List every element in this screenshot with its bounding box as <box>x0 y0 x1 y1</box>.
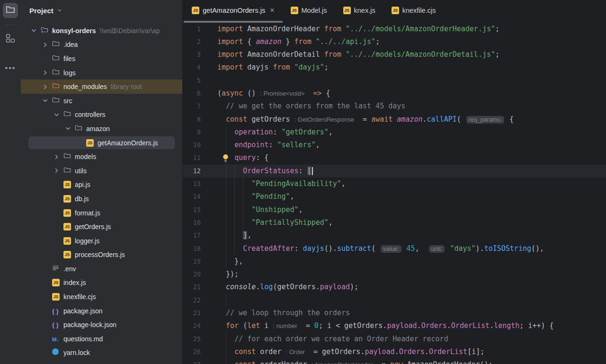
chevron-down-icon[interactable] <box>52 112 63 118</box>
code-line-27[interactable]: 27 const orderHeader : AmazonOrderHeader… <box>183 358 606 364</box>
line-number[interactable]: 11 <box>183 151 201 164</box>
line-number[interactable]: 13 <box>183 178 201 190</box>
tree-row-questions.md[interactable]: M↓questions.md <box>21 332 182 346</box>
tree-row-models[interactable]: models <box>21 150 182 164</box>
tree-row-yarn.lock[interactable]: yarn.lock <box>21 346 182 360</box>
line-number[interactable]: 19 <box>183 255 201 268</box>
code-line-13[interactable]: 13 "PendingAvailability", <box>183 178 606 190</box>
tree-row-files[interactable]: files <box>21 52 182 66</box>
line-number[interactable]: 17 <box>183 229 201 242</box>
code-line-1[interactable]: 1import AmazonOrderHeader from "../../mo… <box>183 23 606 36</box>
chevron-right-icon[interactable] <box>41 70 52 76</box>
intention-bulb-icon[interactable] <box>222 153 230 163</box>
line-number[interactable]: 22 <box>183 294 201 307</box>
code-line-21[interactable]: 21 console.log(getOrders.payload); <box>183 281 606 293</box>
tree-row-utils[interactable]: utils <box>21 164 182 178</box>
code-line-6[interactable]: 6(async () : Promise<void> => { <box>183 87 606 100</box>
tree-row-.env[interactable]: .env <box>21 262 182 276</box>
code-line-5[interactable]: 5 <box>183 74 606 87</box>
code-line-15[interactable]: 15 "Unshipped", <box>183 204 606 216</box>
chevron-right-icon[interactable] <box>41 42 52 48</box>
tab-knexfile.cjs[interactable]: JSknexfile.cjs <box>383 0 444 21</box>
line-number[interactable]: 21 <box>183 281 201 293</box>
line-number[interactable]: 14 <box>183 190 201 203</box>
tab-getAmazonOrders.js[interactable]: JSgetAmazonOrders.js× <box>184 0 283 21</box>
tree-row-controllers[interactable]: controllers <box>21 108 182 122</box>
code-line-2[interactable]: 2import { amazon } from "../../api.js"; <box>183 36 606 48</box>
code-line-16[interactable]: 16 "PartiallyShipped", <box>183 216 606 229</box>
code-line-23[interactable]: 23 // we loop through the orders <box>183 307 606 320</box>
tree-row-logger.js[interactable]: JSlogger.js <box>21 234 182 248</box>
chevron-down-icon[interactable] <box>63 125 75 132</box>
code-line-18[interactable]: 18 CreatedAfter: dayjs().subtract( value… <box>183 242 606 255</box>
structure-tool-button[interactable] <box>3 32 18 47</box>
project-tree: konsyl-orders\\wsl$\Debian\var\ap.ideafi… <box>21 21 182 360</box>
code-line-9[interactable]: 9 operation: "getOrders", <box>183 126 606 139</box>
chevron-right-icon[interactable] <box>41 84 52 90</box>
line-number[interactable]: 15 <box>183 204 201 216</box>
tree-row-format.js[interactable]: JSformat.js <box>21 206 182 220</box>
code-line-14[interactable]: 14 "Pending", <box>183 190 606 203</box>
line-number[interactable]: 5 <box>183 74 201 87</box>
more-tool-windows-icon[interactable]: ••• <box>5 64 16 72</box>
line-number[interactable]: 6 <box>183 87 201 100</box>
tree-row-db.js[interactable]: JSdb.js <box>21 192 182 206</box>
tree-row-.idea[interactable]: .idea <box>21 38 182 52</box>
tree-row-processOrders.js[interactable]: JSprocessOrders.js <box>21 248 182 262</box>
tree-row-logs[interactable]: logs <box>21 66 182 80</box>
tree-row-package-lock.json[interactable]: { }package-lock.json <box>21 318 182 332</box>
tree-row-node-modules[interactable]: node_moduleslibrary root <box>21 80 182 94</box>
code-line-10[interactable]: 10 endpoint: "sellers", <box>183 139 606 151</box>
line-number[interactable]: 18 <box>183 242 201 255</box>
tree-row-src[interactable]: src <box>21 94 182 108</box>
chevron-right-icon[interactable] <box>52 154 63 160</box>
close-tab-icon[interactable]: × <box>270 7 274 14</box>
line-number[interactable]: 25 <box>183 333 201 346</box>
code-line-22[interactable]: 22 <box>183 294 606 307</box>
tree-row-api.js[interactable]: JSapi.js <box>21 178 182 192</box>
line-number[interactable]: 10 <box>183 139 201 151</box>
code-line-11[interactable]: 11 query: { <box>183 151 606 164</box>
code-line-7[interactable]: 7 // we get the orders from the last 45 … <box>183 100 606 113</box>
tab-knex.js[interactable]: JSknex.js <box>335 0 383 21</box>
line-number[interactable]: 3 <box>183 48 201 61</box>
chevron-right-icon[interactable] <box>52 168 63 174</box>
tree-row-knexfile.cjs[interactable]: JSknexfile.cjs <box>21 290 182 304</box>
tab-Model.js[interactable]: JSModel.js <box>283 0 335 21</box>
code-line-8[interactable]: 8 const getOrders : GetOrdersResponse = … <box>183 113 606 126</box>
tree-row-index.js[interactable]: JSindex.js <box>21 276 182 290</box>
code-line-20[interactable]: 20 }); <box>183 268 606 281</box>
line-number[interactable]: 23 <box>183 307 201 320</box>
line-number[interactable]: 27 <box>183 358 201 364</box>
line-number[interactable]: 9 <box>183 126 201 139</box>
line-number[interactable]: 8 <box>183 113 201 126</box>
tree-row-konsyl-orders[interactable]: konsyl-orders\\wsl$\Debian\var\ap <box>21 24 182 38</box>
line-number[interactable]: 12 <box>183 165 201 178</box>
line-number[interactable]: 20 <box>183 268 201 281</box>
project-tool-button[interactable] <box>3 3 18 18</box>
code-line-17[interactable]: 17 ], <box>183 229 606 242</box>
code-line-4[interactable]: 4import dayjs from "dayjs"; <box>183 61 606 74</box>
code-editor[interactable]: 1import AmazonOrderHeader from "../../mo… <box>183 23 606 364</box>
line-number[interactable]: 1 <box>183 23 201 36</box>
line-number[interactable]: 16 <box>183 216 201 229</box>
tree-row-amazon[interactable]: amazon <box>21 122 182 136</box>
yarn-file-icon <box>52 348 59 357</box>
code-line-24[interactable]: 24 for (let i : number = 0; i < getOrder… <box>183 320 606 332</box>
chevron-down-icon[interactable] <box>29 27 41 34</box>
line-number[interactable]: 4 <box>183 61 201 74</box>
code-line-19[interactable]: 19 }, <box>183 255 606 268</box>
line-number[interactable]: 26 <box>183 346 201 358</box>
tree-row-getAmazonOrders.js[interactable]: JSgetAmazonOrders.js <box>21 136 182 150</box>
project-panel-header[interactable]: Project <box>21 0 182 21</box>
code-line-12[interactable]: 12 OrderStatuses: [ <box>183 165 606 178</box>
tree-row-getOrders.js[interactable]: JSgetOrders.js <box>21 220 182 234</box>
line-number[interactable]: 24 <box>183 320 201 332</box>
tree-row-package.json[interactable]: { }package.json <box>21 304 182 318</box>
code-line-26[interactable]: 26 const order : Order = getOrders.paylo… <box>183 346 606 358</box>
line-number[interactable]: 7 <box>183 100 201 113</box>
code-line-3[interactable]: 3import AmazonOrderDetail from "../../mo… <box>183 48 606 61</box>
code-line-25[interactable]: 25 // for each order we create an Order … <box>183 333 606 346</box>
chevron-down-icon[interactable] <box>41 98 52 104</box>
line-number[interactable]: 2 <box>183 36 201 48</box>
